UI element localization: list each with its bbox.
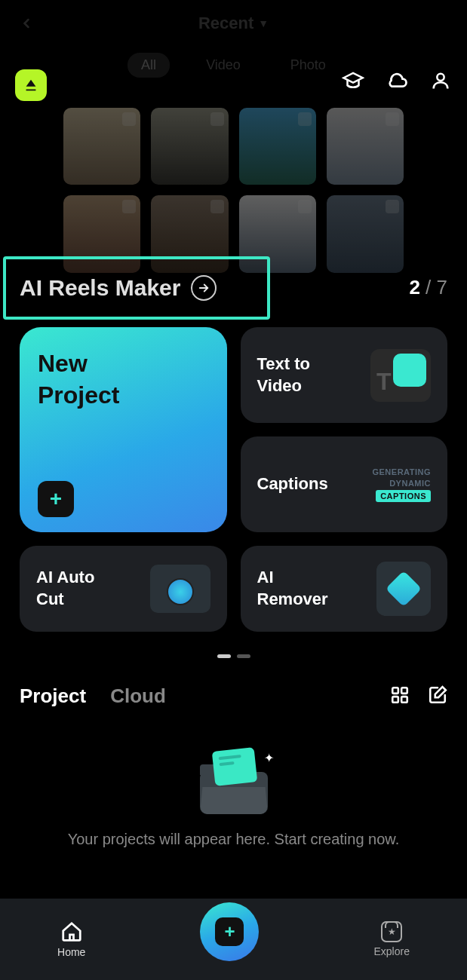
dot[interactable] <box>237 654 250 658</box>
ai-remover-icon <box>376 562 431 616</box>
dot-active[interactable] <box>217 654 231 658</box>
filter-photo[interactable]: Photo <box>277 53 339 78</box>
text-to-video-card[interactable]: Text to Video <box>241 327 448 423</box>
media-thumbnail[interactable] <box>63 108 140 185</box>
plus-icon: + <box>215 917 244 946</box>
svg-rect-3 <box>401 688 407 694</box>
text-to-video-label: Text to Video <box>257 354 348 397</box>
media-thumbnail[interactable] <box>239 108 316 185</box>
nav-home-label: Home <box>57 946 85 958</box>
svg-rect-2 <box>392 688 398 694</box>
chevron-down-icon: ▼ <box>258 17 269 29</box>
filter-all[interactable]: All <box>128 53 170 78</box>
empty-state-text: Your projects will appear here. Start cr… <box>68 831 400 848</box>
empty-state: ✦ Your projects will appear here. Start … <box>0 754 467 848</box>
page-total: 7 <box>437 276 447 299</box>
nav-home[interactable]: Home <box>57 920 85 958</box>
ai-reels-maker-banner[interactable]: AI Reels Maker <box>3 256 270 320</box>
carousel-dots <box>0 654 467 658</box>
bottom-nav: Home + Explore <box>0 899 467 980</box>
media-grid <box>0 108 467 273</box>
captions-card[interactable]: Captions GENERATING DYNAMIC CAPTIONS <box>241 436 448 532</box>
cloud-icon[interactable] <box>386 69 408 92</box>
plus-icon: + <box>38 481 74 517</box>
ai-remover-card[interactable]: AI Remover <box>241 546 448 632</box>
grid-view-icon[interactable] <box>390 685 410 708</box>
text-to-video-icon <box>370 349 431 402</box>
page-indicator: 2 / 7 <box>409 276 447 299</box>
new-project-title: New Project <box>38 348 209 411</box>
nav-explore-label: Explore <box>373 945 409 957</box>
back-button[interactable] <box>15 12 38 35</box>
new-project-card[interactable]: New Project + <box>20 327 227 532</box>
graduation-icon[interactable] <box>342 69 364 92</box>
media-thumbnail[interactable] <box>327 195 404 272</box>
svg-point-0 <box>437 74 444 81</box>
filter-video[interactable]: Video <box>192 53 254 78</box>
ai-reels-label: AI Reels Maker <box>20 275 180 301</box>
captions-label: Captions <box>257 473 328 495</box>
explore-icon <box>381 921 402 942</box>
page-current: 2 <box>409 276 419 299</box>
svg-rect-4 <box>392 697 398 703</box>
ai-auto-cut-card[interactable]: AI Auto Cut <box>20 546 227 632</box>
tab-project[interactable]: Project <box>20 684 86 708</box>
nav-create-button[interactable]: + <box>200 902 259 961</box>
arrow-right-icon <box>191 275 217 301</box>
folder-icon: ✦ <box>200 754 268 814</box>
ai-auto-cut-icon <box>150 565 210 613</box>
tab-cloud[interactable]: Cloud <box>110 684 166 708</box>
premium-badge[interactable] <box>15 69 47 101</box>
media-thumbnail[interactable] <box>327 108 404 185</box>
edit-icon[interactable] <box>428 685 447 708</box>
top-title-text: Recent <box>198 14 253 33</box>
captions-icon: GENERATING DYNAMIC CAPTIONS <box>370 458 431 511</box>
ai-remover-label: AI Remover <box>257 567 348 610</box>
media-thumbnail[interactable] <box>151 108 228 185</box>
nav-explore[interactable]: Explore <box>373 921 409 957</box>
recent-dropdown[interactable]: Recent ▼ <box>53 14 414 33</box>
profile-icon[interactable] <box>429 69 452 92</box>
ai-auto-cut-label: AI Auto Cut <box>36 567 127 610</box>
svg-rect-5 <box>401 697 407 703</box>
